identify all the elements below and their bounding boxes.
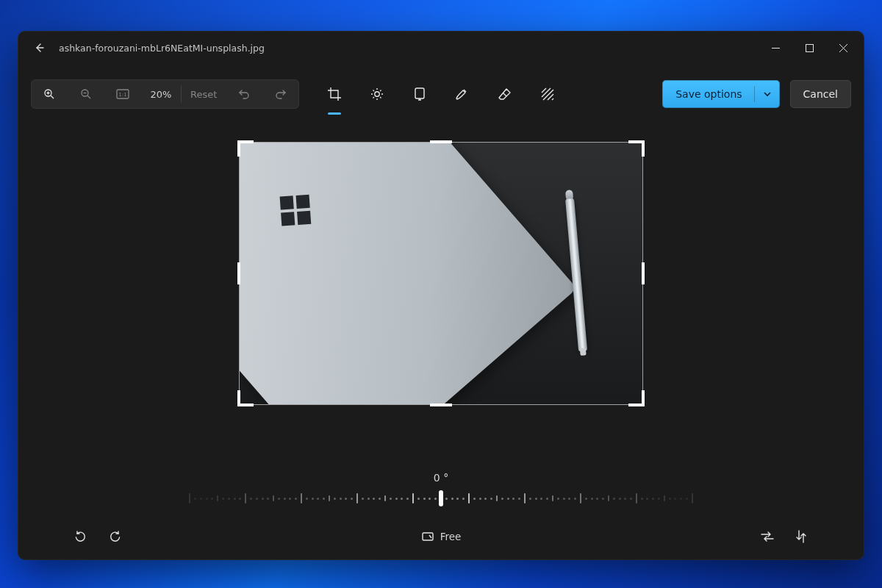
editor-toolbar: 1:1 20% Reset (18, 72, 864, 116)
svg-rect-7 (423, 533, 433, 540)
zoom-level-label: 20% (141, 79, 181, 109)
brightness-icon (370, 87, 384, 101)
tab-background[interactable] (534, 81, 561, 107)
rotation-thumb[interactable] (439, 490, 443, 506)
image-preview (240, 143, 642, 404)
crop-handle[interactable] (430, 404, 452, 406)
aspect-ratio-button[interactable]: Free (414, 525, 469, 548)
reset-button[interactable]: Reset (182, 79, 226, 109)
tab-retouch[interactable] (492, 81, 518, 107)
back-button[interactable] (26, 35, 51, 60)
crop-handle[interactable] (642, 140, 645, 157)
crop-frame[interactable] (240, 143, 642, 404)
windows-logo-icon (280, 195, 313, 228)
svg-text:1:1: 1:1 (118, 92, 126, 98)
tab-crop[interactable] (321, 81, 348, 107)
photos-editor-window: ashkan-forouzani-mbLr6NEatMI-unsplash.jp… (18, 31, 864, 560)
crop-icon (327, 87, 342, 101)
crop-bottom-controls: 0 ° (18, 472, 864, 560)
redo-icon (275, 88, 287, 100)
chevron-down-icon (763, 90, 772, 98)
edit-mode-tabs (321, 79, 561, 109)
aspect-ratio-label: Free (440, 531, 462, 542)
flip-horizontal-button[interactable] (756, 525, 779, 548)
close-icon (839, 44, 847, 52)
undo-button[interactable] (226, 79, 262, 109)
zoom-out-icon (80, 88, 92, 100)
flip-vertical-button[interactable] (789, 525, 813, 548)
crop-handle[interactable] (642, 262, 645, 284)
aspect-icon (421, 530, 434, 543)
filename-label: ashkan-forouzani-mbLr6NEatMI-unsplash.jp… (59, 43, 265, 54)
zoom-out-button[interactable] (68, 79, 104, 109)
svg-rect-0 (806, 44, 813, 51)
cancel-button[interactable]: Cancel (790, 80, 851, 108)
tab-markup[interactable] (449, 81, 476, 107)
crop-handle[interactable] (642, 390, 645, 406)
undo-icon (238, 88, 250, 100)
zoom-in-icon (43, 88, 55, 100)
crop-handle[interactable] (237, 140, 240, 157)
rotation-slider[interactable] (69, 488, 813, 509)
svg-point-5 (375, 92, 379, 96)
rotation-angle-label: 0 ° (69, 472, 813, 484)
fit-icon: 1:1 (116, 89, 129, 99)
pen-icon (455, 87, 470, 101)
background-icon (540, 87, 555, 101)
redo-button[interactable] (262, 79, 299, 109)
eraser-icon (498, 87, 512, 101)
flip-horizontal-icon (760, 531, 775, 542)
svg-rect-6 (415, 88, 424, 98)
close-button[interactable] (826, 35, 860, 60)
titlebar: ashkan-forouzani-mbLr6NEatMI-unsplash.jp… (18, 31, 864, 65)
zoom-group: 1:1 20% Reset (31, 79, 299, 109)
maximize-icon (806, 44, 814, 52)
zoom-fit-button[interactable]: 1:1 (104, 79, 141, 109)
crop-handle[interactable] (237, 262, 240, 284)
minimize-icon (772, 44, 780, 52)
crop-handle[interactable] (237, 390, 240, 406)
tab-filters[interactable] (406, 81, 433, 107)
zoom-in-button[interactable] (31, 79, 68, 109)
save-options-button[interactable]: Save options (662, 80, 779, 108)
flip-vertical-icon (795, 529, 807, 544)
rotate-ccw-button[interactable] (69, 525, 93, 548)
rotate-ccw-icon (74, 530, 87, 543)
filter-icon (412, 87, 427, 101)
rotate-cw-icon (108, 530, 121, 543)
tab-adjust[interactable] (364, 81, 390, 107)
back-arrow-icon (33, 42, 45, 54)
maximize-button[interactable] (792, 35, 826, 60)
save-options-label: Save options (662, 88, 753, 100)
minimize-button[interactable] (759, 35, 792, 60)
crop-handle[interactable] (430, 140, 452, 143)
save-options-chevron[interactable] (755, 90, 780, 98)
rotate-cw-button[interactable] (103, 525, 126, 548)
canvas-area (18, 116, 864, 472)
